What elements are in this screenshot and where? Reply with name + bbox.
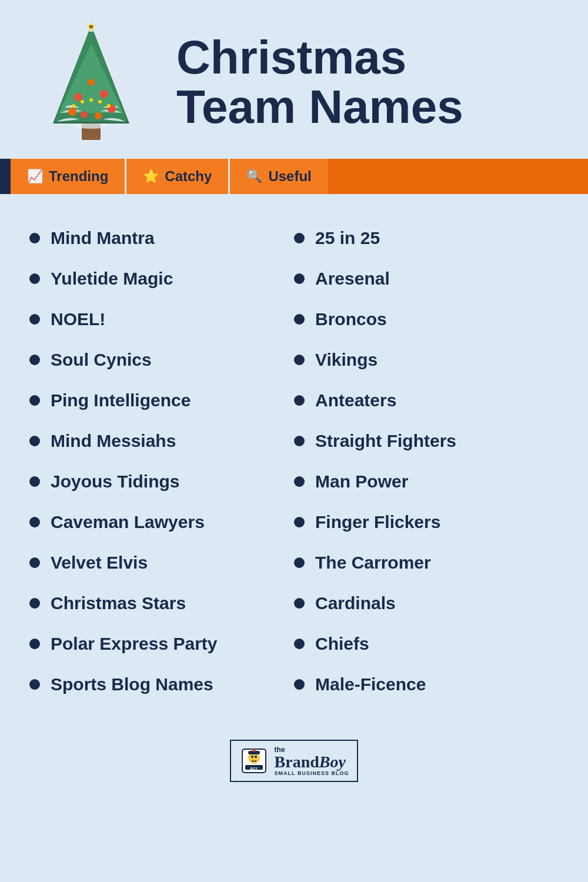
svg-text:BOY: BOY	[250, 767, 258, 770]
tree-image	[24, 18, 159, 147]
item-label: Broncos	[315, 309, 387, 329]
item-label: The Carromer	[315, 553, 431, 572]
bullet-icon	[294, 355, 305, 365]
list-item: Chiefs	[294, 623, 559, 664]
bullet-icon	[294, 639, 305, 649]
list-item: Broncos	[294, 299, 559, 339]
item-label: Anteaters	[315, 390, 396, 410]
list-item: Mind Mantra	[29, 218, 294, 258]
bullet-icon	[29, 273, 40, 284]
trending-icon: 📈	[27, 169, 43, 184]
bullet-icon	[29, 314, 40, 325]
item-label: Vikings	[315, 350, 377, 369]
item-label: Velvet Elvis	[51, 553, 148, 572]
item-label: Chiefs	[315, 634, 369, 653]
svg-point-15	[95, 112, 102, 119]
list-item: 25 in 25	[294, 218, 559, 258]
svg-rect-27	[252, 749, 256, 751]
svg-point-18	[89, 98, 93, 102]
bullet-icon	[294, 436, 305, 446]
bullet-icon	[29, 233, 40, 243]
item-label: Yuletide Magic	[51, 269, 173, 288]
tab-trending-label: Trending	[49, 168, 108, 185]
list-item: Caveman Lawyers	[29, 502, 294, 542]
bullet-icon	[294, 476, 305, 487]
useful-icon: 🔍	[246, 169, 262, 184]
list-item: Sports Blog Names	[29, 664, 294, 704]
logo-sub-text: SMALL BUSINESS BLOG	[275, 770, 349, 776]
list-item: Ping Intelligence	[29, 380, 294, 420]
bullet-icon	[29, 517, 40, 527]
list-item: Finger Flickers	[294, 502, 559, 542]
list-item: Mind Messiahs	[29, 420, 294, 461]
bullet-icon	[294, 314, 305, 325]
bullet-icon	[29, 639, 40, 649]
bullet-icon	[29, 679, 40, 690]
left-column: Mind Mantra Yuletide Magic NOEL! Soul Cy…	[29, 218, 294, 704]
list-item: NOEL!	[29, 299, 294, 339]
svg-point-19	[98, 100, 102, 103]
page-title: Christmas Team Names	[176, 33, 463, 132]
item-label: Mind Messiahs	[51, 431, 176, 450]
tab-catchy[interactable]: ⭐ Catchy	[126, 159, 230, 194]
bullet-icon	[294, 679, 305, 690]
logo-text: the BrandBoy SMALL BUSINESS BLOG	[275, 746, 349, 776]
svg-rect-21	[89, 25, 93, 28]
svg-point-16	[72, 104, 75, 108]
item-label: Soul Cynics	[51, 350, 152, 369]
svg-point-11	[68, 108, 76, 116]
catchy-icon: ⭐	[143, 169, 159, 184]
svg-point-20	[107, 104, 111, 108]
list-item: Cardinals	[294, 583, 559, 623]
list-item: Anteaters	[294, 380, 559, 420]
header: Christmas Team Names	[0, 0, 588, 159]
item-label: Joyous Tidings	[51, 472, 179, 491]
footer: BOY the BrandBoy SMALL BUSINESS BLOG	[0, 728, 588, 800]
tab-useful-label: Useful	[268, 168, 311, 185]
list-item: The Carromer	[294, 542, 559, 583]
tab-useful[interactable]: 🔍 Useful	[230, 159, 328, 194]
list-item: Aresenal	[294, 258, 559, 299]
bullet-icon	[294, 598, 305, 609]
team-names-grid: Mind Mantra Yuletide Magic NOEL! Soul Cy…	[29, 218, 559, 704]
bullet-icon	[29, 395, 40, 406]
item-label: Man Power	[315, 472, 408, 491]
list-item: Straight Fighters	[294, 420, 559, 461]
list-item: Male-Ficence	[294, 664, 559, 704]
bullet-icon	[29, 436, 40, 446]
right-column: 25 in 25 Aresenal Broncos Vikings Anteat…	[294, 218, 559, 704]
tabs-bar: 📈 Trending ⭐ Catchy 🔍 Useful	[0, 159, 588, 194]
bullet-icon	[29, 557, 40, 568]
item-label: Straight Fighters	[315, 431, 456, 450]
svg-point-14	[81, 111, 88, 118]
content-area: Mind Mantra Yuletide Magic NOEL! Soul Cy…	[0, 212, 588, 728]
list-item: Joyous Tidings	[29, 461, 294, 502]
item-label: Cardinals	[315, 593, 396, 613]
bullet-icon	[29, 598, 40, 609]
bullet-icon	[294, 395, 305, 406]
bullet-icon	[294, 557, 305, 568]
item-label: Caveman Lawyers	[51, 512, 205, 532]
bullet-icon	[29, 355, 40, 365]
logo-mascot-icon: BOY	[239, 746, 269, 776]
list-item: Christmas Stars	[29, 583, 294, 623]
left-accent	[0, 159, 11, 194]
list-item: Velvet Elvis	[29, 542, 294, 583]
item-label: Finger Flickers	[315, 512, 440, 532]
item-label: Sports Blog Names	[51, 674, 213, 694]
title-block: Christmas Team Names	[176, 33, 463, 132]
list-item: Yuletide Magic	[29, 258, 294, 299]
svg-point-10	[100, 90, 108, 98]
svg-point-25	[255, 756, 257, 758]
tab-trending[interactable]: 📈 Trending	[11, 159, 126, 194]
svg-point-9	[74, 93, 82, 101]
item-label: 25 in 25	[315, 228, 380, 248]
item-label: NOEL!	[51, 309, 105, 329]
tab-catchy-label: Catchy	[165, 168, 212, 185]
bullet-icon	[294, 273, 305, 284]
svg-point-17	[81, 100, 84, 103]
svg-point-13	[88, 79, 95, 86]
right-accent	[328, 159, 588, 194]
item-label: Male-Ficence	[315, 674, 426, 694]
bullet-icon	[294, 517, 305, 527]
